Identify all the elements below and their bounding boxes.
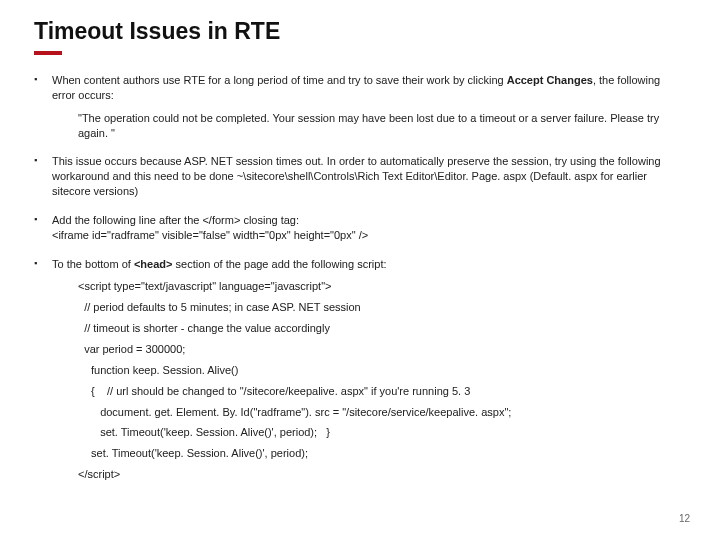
- code-line: set. Timeout('keep. Session. Alive()', p…: [78, 425, 686, 440]
- bullet-4-pre: To the bottom of: [52, 258, 134, 270]
- slide-title: Timeout Issues in RTE: [34, 18, 686, 45]
- bullet-4-bold: <head>: [134, 258, 173, 270]
- bullet-1-pre: When content authors use RTE for a long …: [52, 74, 507, 86]
- code-line: var period = 300000;: [78, 342, 686, 357]
- script-block: <script type="text/javascript" language=…: [78, 279, 686, 481]
- bullet-2: This issue occurs because ASP. NET sessi…: [34, 154, 686, 199]
- bullet-4-post: section of the page add the following sc…: [172, 258, 386, 270]
- error-quote: "The operation could not be completed. Y…: [78, 111, 686, 141]
- accent-bar: [34, 51, 62, 55]
- slide: Timeout Issues in RTE When content autho…: [0, 0, 720, 540]
- code-line: set. Timeout('keep. Session. Alive()', p…: [78, 446, 686, 461]
- bullet-3: Add the following line after the </form>…: [34, 213, 686, 243]
- code-line: document. get. Element. By. Id("radframe…: [78, 405, 686, 420]
- code-line: </script>: [78, 467, 686, 482]
- code-line: <script type="text/javascript" language=…: [78, 279, 686, 294]
- code-line: { // url should be changed to "/sitecore…: [78, 384, 686, 399]
- page-number: 12: [679, 513, 690, 524]
- bullet-3-line1: Add the following line after the </form>…: [52, 214, 299, 226]
- bullet-1-bold: Accept Changes: [507, 74, 593, 86]
- bullet-3-line2: <iframe id="radframe" visible="false" wi…: [52, 229, 368, 241]
- bullet-list: When content authors use RTE for a long …: [34, 73, 686, 482]
- code-line: function keep. Session. Alive(): [78, 363, 686, 378]
- code-line: // period defaults to 5 minutes; in case…: [78, 300, 686, 315]
- code-line: // timeout is shorter - change the value…: [78, 321, 686, 336]
- bullet-1: When content authors use RTE for a long …: [34, 73, 686, 140]
- bullet-4: To the bottom of <head> section of the p…: [34, 257, 686, 482]
